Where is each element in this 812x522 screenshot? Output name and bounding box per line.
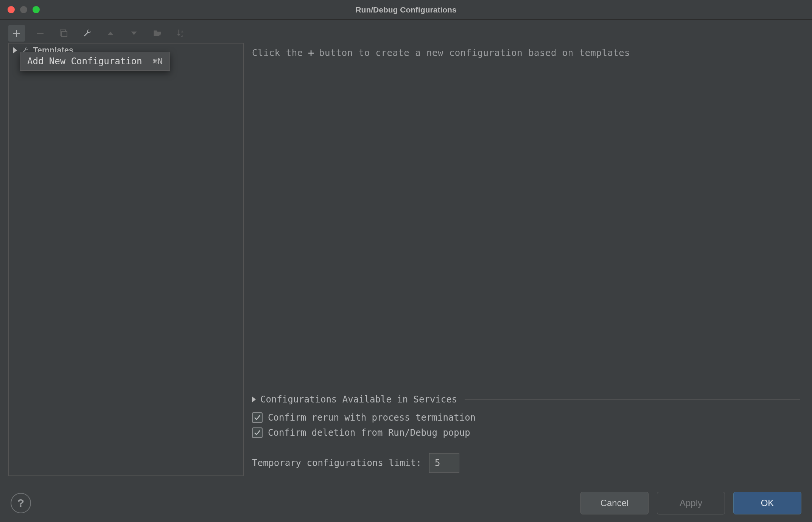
remove-button[interactable] bbox=[32, 25, 48, 42]
footer: ? Cancel Apply OK bbox=[0, 484, 812, 522]
edit-templates-button[interactable] bbox=[79, 25, 95, 42]
cancel-button[interactable]: Cancel bbox=[580, 492, 649, 514]
check-icon bbox=[254, 429, 261, 437]
confirm-delete-label: Confirm deletion from Run/Debug popup bbox=[268, 427, 470, 438]
main-panel: Click the ＋ button to create a new confi… bbox=[248, 43, 804, 476]
tooltip-shortcut: ⌘N bbox=[152, 57, 163, 66]
move-up-button[interactable] bbox=[102, 25, 119, 42]
window-minimize-button[interactable] bbox=[20, 6, 27, 13]
footer-buttons: Cancel Apply OK bbox=[580, 492, 801, 514]
confirm-rerun-row: Confirm rerun with process termination bbox=[252, 412, 800, 423]
folder-plus-icon bbox=[152, 28, 162, 38]
titlebar: Run/Debug Configurations bbox=[0, 0, 812, 20]
minus-icon bbox=[36, 29, 45, 38]
hint-suffix: button to create a new configuration bas… bbox=[319, 48, 630, 58]
collapsed-arrow-icon bbox=[252, 396, 256, 402]
hint-text: Click the ＋ button to create a new confi… bbox=[252, 46, 800, 59]
sort-az-icon: az bbox=[176, 28, 186, 38]
limit-label: Temporary configurations limit: bbox=[252, 458, 422, 468]
add-button[interactable] bbox=[8, 25, 25, 42]
limit-input[interactable] bbox=[429, 453, 459, 473]
move-down-button[interactable] bbox=[126, 25, 142, 42]
tooltip-text: Add New Configuration bbox=[27, 56, 142, 67]
window-title: Run/Debug Configurations bbox=[355, 5, 456, 14]
sort-button[interactable]: az bbox=[173, 25, 189, 42]
svg-text:a: a bbox=[181, 29, 184, 33]
traffic-lights bbox=[0, 6, 40, 13]
plus-icon bbox=[12, 29, 21, 38]
configurations-in-services-section[interactable]: Configurations Available in Services bbox=[252, 394, 800, 405]
copy-button[interactable] bbox=[55, 25, 72, 42]
confirm-rerun-checkbox[interactable] bbox=[252, 412, 263, 423]
folder-button[interactable] bbox=[149, 25, 166, 42]
content-area: Templates Add New Configuration ⌘N Click… bbox=[0, 43, 812, 484]
svg-text:z: z bbox=[181, 33, 183, 37]
copy-icon bbox=[59, 29, 68, 38]
toolbar: az bbox=[0, 20, 812, 43]
ok-button[interactable]: OK bbox=[733, 492, 801, 514]
window-maximize-button[interactable] bbox=[33, 6, 40, 13]
add-tooltip: Add New Configuration ⌘N bbox=[20, 52, 170, 71]
help-button[interactable]: ? bbox=[11, 493, 31, 513]
apply-button[interactable]: Apply bbox=[657, 492, 725, 514]
sidebar: Templates Add New Configuration ⌘N bbox=[8, 43, 244, 476]
section-label: Configurations Available in Services bbox=[260, 394, 457, 405]
triangle-up-icon bbox=[106, 29, 115, 37]
plus-icon: ＋ bbox=[306, 46, 316, 59]
limit-row: Temporary configurations limit: bbox=[252, 453, 800, 473]
wrench-icon bbox=[82, 28, 92, 38]
triangle-down-icon bbox=[130, 29, 138, 37]
confirm-rerun-label: Confirm rerun with process termination bbox=[268, 412, 476, 423]
divider bbox=[465, 399, 800, 400]
window-close-button[interactable] bbox=[8, 6, 15, 13]
check-icon bbox=[254, 414, 261, 421]
svg-rect-1 bbox=[62, 31, 67, 37]
confirm-delete-row: Confirm deletion from Run/Debug popup bbox=[252, 427, 800, 438]
help-icon: ? bbox=[17, 497, 24, 510]
collapsed-arrow-icon bbox=[13, 47, 17, 53]
hint-prefix: Click the bbox=[252, 48, 303, 58]
confirm-delete-checkbox[interactable] bbox=[252, 427, 263, 438]
